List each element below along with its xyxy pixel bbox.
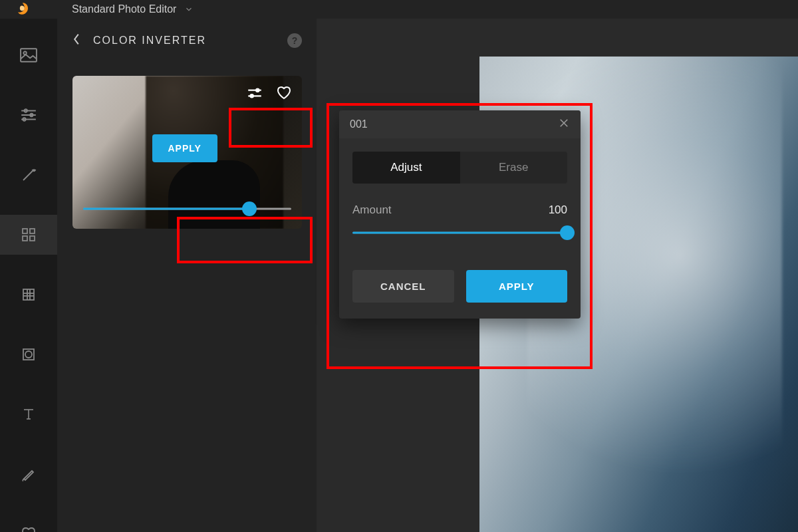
sliders-icon [20, 108, 37, 122]
svg-rect-11 [30, 236, 35, 241]
svg-rect-0 [21, 49, 37, 62]
svg-point-25 [250, 94, 253, 97]
amount-value: 100 [549, 203, 567, 217]
chevron-left-icon [72, 32, 81, 47]
settings-panel: COLOR INVERTER ? APPLY [57, 19, 317, 532]
grid-icon [21, 227, 37, 243]
svg-rect-9 [30, 229, 35, 233]
adjust-popover: 001 Adjust Erase Amount 100 CANCEL APPLY [339, 110, 581, 319]
top-bar: Standard Photo Editor [0, 0, 798, 19]
rail-shape[interactable] [0, 334, 57, 374]
favorite-button[interactable] [275, 85, 293, 104]
rail-crop[interactable] [0, 275, 57, 315]
rail-brush[interactable] [0, 454, 57, 494]
svg-point-23 [256, 89, 259, 92]
editor-mode-label: Standard Photo Editor [72, 3, 176, 15]
heart-icon [21, 526, 37, 532]
rail-presets[interactable] [0, 215, 57, 255]
svg-point-18 [25, 351, 32, 358]
svg-rect-10 [23, 236, 27, 241]
text-icon [21, 406, 37, 422]
cancel-button[interactable]: CANCEL [352, 270, 454, 303]
help-button[interactable]: ? [287, 33, 302, 48]
apply-button[interactable]: APPLY [466, 270, 568, 303]
editor-mode-dropdown[interactable]: Standard Photo Editor [72, 3, 194, 15]
panel-title: COLOR INVERTER [93, 35, 275, 47]
rail-adjust[interactable] [0, 95, 57, 135]
rail-wand[interactable] [0, 155, 57, 195]
back-button[interactable] [72, 32, 81, 49]
thumbnail-apply-button[interactable]: APPLY [152, 134, 217, 162]
crop-icon [21, 287, 37, 303]
amount-label: Amount [352, 203, 392, 217]
close-icon [558, 117, 570, 129]
rail-image[interactable] [0, 35, 57, 75]
svg-rect-8 [23, 229, 27, 233]
tool-rail [0, 19, 57, 532]
close-button[interactable] [558, 117, 570, 132]
shape-icon [21, 346, 37, 362]
chevron-down-icon [184, 5, 194, 14]
heart-icon [275, 85, 293, 101]
tab-adjust[interactable]: Adjust [352, 152, 460, 184]
brush-icon [21, 466, 37, 482]
svg-rect-12 [23, 289, 34, 300]
effect-thumbnail[interactable]: APPLY [72, 76, 302, 229]
amount-slider[interactable] [352, 225, 567, 241]
popover-tabs: Adjust Erase [352, 152, 567, 184]
tune-button[interactable] [246, 86, 263, 103]
app-logo [13, 0, 32, 19]
rail-heart[interactable] [0, 514, 57, 532]
thumbnail-strength-slider[interactable] [83, 201, 291, 217]
tune-icon [246, 86, 263, 100]
popover-id: 001 [350, 118, 368, 130]
tab-erase[interactable]: Erase [460, 152, 568, 184]
image-icon [20, 48, 37, 63]
magic-wand-icon [21, 167, 37, 183]
rail-text[interactable] [0, 394, 57, 434]
